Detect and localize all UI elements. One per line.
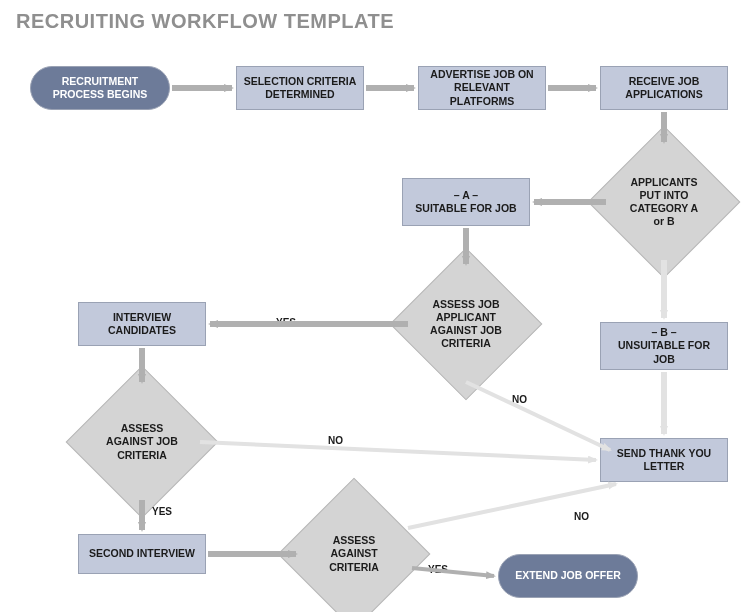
- svg-line-14: [412, 568, 494, 576]
- label-assess1-yes: YES: [276, 317, 296, 328]
- node-category-b: – B – UNSUITABLE FOR JOB: [600, 322, 728, 370]
- node-selection-criteria: SELECTION CRITERIA DETERMINED: [236, 66, 364, 110]
- node-assess-applicant: ASSESS JOB APPLICANT AGAINST JOB CRITERI…: [412, 270, 520, 378]
- node-assess-criteria-2: ASSESS AGAINST CRITERIA: [300, 500, 408, 608]
- node-start: RECRUITMENT PROCESS BEGINS: [30, 66, 170, 110]
- label-assess1-no: NO: [512, 394, 527, 405]
- svg-line-8: [466, 382, 610, 450]
- node-offer: EXTEND JOB OFFER: [498, 554, 638, 598]
- node-interview: INTERVIEW CANDIDATES: [78, 302, 206, 346]
- label-assess3-yes: YES: [428, 564, 448, 575]
- node-category-a: – A – SUITABLE FOR JOB: [402, 178, 530, 226]
- label-assess3-no: NO: [574, 511, 589, 522]
- node-second-interview: SECOND INTERVIEW: [78, 534, 206, 574]
- node-assess-criteria-1: ASSESS AGAINST JOB CRITERIA: [88, 388, 196, 496]
- label-assess2-no: NO: [328, 435, 343, 446]
- label-assess2-yes: YES: [152, 506, 172, 517]
- node-categorize: APPLICANTS PUT INTO CATEGORY A or B: [610, 148, 718, 256]
- node-receive: RECEIVE JOB APPLICATIONS: [600, 66, 728, 110]
- svg-line-11: [200, 442, 596, 460]
- node-thankyou: SEND THANK YOU LETTER: [600, 438, 728, 482]
- diagram-title: RECRUITING WORKFLOW TEMPLATE: [16, 10, 394, 33]
- diagram-canvas: RECRUITING WORKFLOW TEMPLATE RECRUITMENT…: [0, 0, 756, 612]
- node-advertise: ADVERTISE JOB ON RELEVANT PLATFORMS: [418, 66, 546, 110]
